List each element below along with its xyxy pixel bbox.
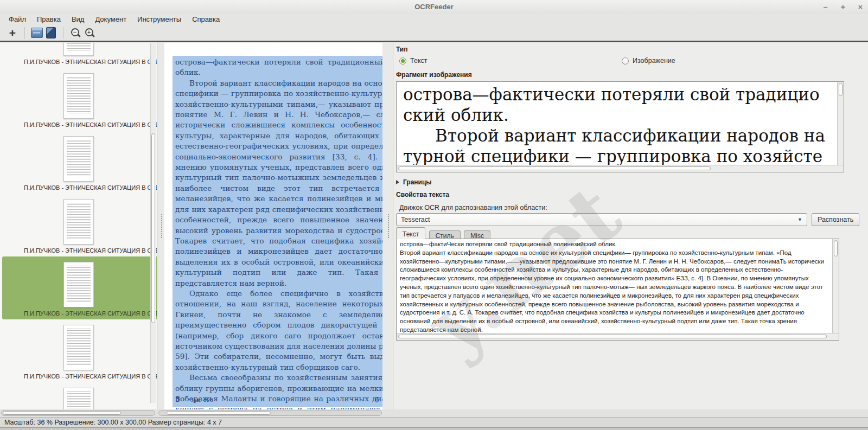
zoom-in-button[interactable]: + xyxy=(82,27,97,40)
menu-tools[interactable]: Инструменты xyxy=(132,14,187,25)
text-tabs: Текст Стиль Misc xyxy=(396,227,492,239)
plus-icon: + xyxy=(9,27,16,39)
scrollbar-thumb[interactable] xyxy=(151,133,155,323)
image-fragment-preview[interactable]: острова—фактически потеряли свой традици… xyxy=(396,81,844,172)
ocr-engine-value: Tesseract xyxy=(401,216,430,223)
sidebar-horizontal-scrollbar[interactable] xyxy=(1,410,155,416)
minimize-icon[interactable]: – xyxy=(824,3,828,11)
page-caption: П.И.ПУЧКОВ - ЭТНИЧЕСКАЯ СИТУАЦИЯ В ОКЕАН… xyxy=(0,247,157,254)
zoom-in-icon: + xyxy=(85,28,95,38)
fragment-section-title: Фрагмент изображения xyxy=(396,71,472,79)
document-paragraph: Второй вариант классификации народов на … xyxy=(175,78,382,288)
scrollbar-thumb[interactable] xyxy=(834,240,838,256)
radio-selected-icon[interactable] xyxy=(399,57,406,65)
page-list-item-selected[interactable]: П.И.ПУЧКОВ - ЭТНИЧЕСКАЯ СИТУАЦИЯ В ОКЕАН… xyxy=(2,256,157,319)
page-caption: П.И.ПУЧКОВ - ЭТНИЧЕСКАЯ СИТУАЦИЯ В ОКЕАН… xyxy=(0,184,157,191)
radio-unselected-icon[interactable] xyxy=(622,57,629,65)
pane-splitter[interactable] xyxy=(382,43,393,409)
page-list-item[interactable]: П.И.ПУЧКОВ - ЭТНИЧЕСКАЯ СИТУАЦИЯ В ОКЕАН… xyxy=(0,319,157,382)
window-controls: – + × xyxy=(824,0,863,14)
page-list-item[interactable]: П.И.ПУЧКОВ - ЭТНИЧЕСКАЯ СИТУАЦИЯ В ОКЕАН… xyxy=(0,68,157,131)
radio-image-label: Изображение xyxy=(633,57,675,65)
page-list-item[interactable]: П.И.ПУЧКОВ - ЭТНИЧЕСКАЯ СИТУАЦИЯ В ОКЕАН… xyxy=(0,194,157,256)
window-title: OCRFeeder xyxy=(0,0,868,14)
sidebar-vertical-scrollbar[interactable] xyxy=(150,43,156,403)
page-thumbnail[interactable] xyxy=(63,43,94,56)
page-caption: П.И.ПУЧКОВ - ЭТНИЧЕСКАЯ СИТУАЦИЯ В ОКЕАН… xyxy=(2,310,157,317)
import-image-button[interactable] xyxy=(44,27,58,40)
textarea-horizontal-scrollbar[interactable] xyxy=(397,333,839,340)
page-caption: П.И.ПУЧКОВ - ЭТНИЧЕСКАЯ СИТУАЦИЯ В ОКЕАН… xyxy=(0,58,157,66)
bounds-expander[interactable]: Границы xyxy=(396,178,432,186)
page-caption: П.И.ПУЧКОВ - ЭТНИЧЕСКАЯ СИТУАЦИЯ В ОКЕАН… xyxy=(0,373,157,380)
scrollbar-thumb[interactable] xyxy=(3,411,121,415)
ocr-engine-dropdown[interactable]: Tesseract ▼ xyxy=(396,213,807,226)
fragment-preview-text: острова—фактически потеряли свой традици… xyxy=(403,84,821,166)
document-view: острова—фактически потеряли свой традици… xyxy=(164,43,382,409)
radio-type-image[interactable]: Изображение xyxy=(622,57,675,65)
page-list-item[interactable] xyxy=(0,382,157,409)
type-section-title: Тип xyxy=(396,46,408,53)
document-horizontal-scrollbar[interactable] xyxy=(158,410,382,416)
scrollbar-thumb[interactable] xyxy=(398,335,827,338)
detect-regions-button[interactable] xyxy=(30,27,44,40)
page-thumbnail[interactable] xyxy=(63,136,94,182)
selected-text-region[interactable]: острова—фактически потеряли свой традици… xyxy=(173,56,382,407)
print-order-note: Зак. 698 xyxy=(190,397,213,403)
zoom-out-button[interactable]: − xyxy=(68,27,82,40)
title-bar: OCRFeeder – + × xyxy=(0,0,868,14)
recognize-button-label: Распознать xyxy=(818,216,853,223)
preview-vertical-scrollbar[interactable] xyxy=(837,82,844,165)
page-list-item[interactable]: П.И.ПУЧКОВ - ЭТНИЧЕСКАЯ СИТУАЦИЯ В ОКЕАН… xyxy=(0,131,157,194)
menu-file[interactable]: Файл xyxy=(3,14,31,25)
status-bar: Масштаб: 36 % Разрешение: 300.00 x 300.0… xyxy=(0,417,868,427)
page-thumbnail[interactable] xyxy=(63,73,94,119)
page-list-item[interactable]: П.И.ПУЧКОВ - ЭТНИЧЕСКАЯ СИТУАЦИЯ В ОКЕАН… xyxy=(0,43,157,68)
toolbar-separator xyxy=(24,27,25,39)
add-image-button[interactable]: + xyxy=(5,27,20,40)
ocr-result-text: острова—фактиЧески потеряли свой традици… xyxy=(400,240,828,341)
maximize-icon[interactable]: + xyxy=(841,3,845,11)
pages-sidebar: П.И.ПУЧКОВ - ЭТНИЧЕСКАЯ СИТУАЦИЯ В ОКЕАН… xyxy=(0,43,157,409)
zoom-out-icon: − xyxy=(71,28,81,38)
bounds-section-title: Границы xyxy=(403,178,432,186)
close-icon[interactable]: × xyxy=(858,3,863,11)
splitter-handle-dots[interactable] xyxy=(388,214,389,238)
menu-help[interactable]: Справка xyxy=(187,14,225,25)
textarea-vertical-scrollbar[interactable] xyxy=(832,239,839,333)
recognize-button[interactable]: Распознать xyxy=(812,213,859,226)
page-thumbnail[interactable] xyxy=(63,199,94,245)
region-inspector-panel: Тип Текст Изображение Фрагмент изображен… xyxy=(393,43,868,409)
page-caption: П.И.ПУЧКОВ - ЭТНИЧЕСКАЯ СИТУАЦИЯ В ОКЕАН… xyxy=(0,121,157,129)
window-bottom-edge xyxy=(0,427,868,430)
scrollbar-thumb[interactable] xyxy=(839,83,843,96)
scrollbar-strip xyxy=(0,409,868,417)
page-number-left: 5 xyxy=(175,395,180,403)
toolbar-separator xyxy=(63,27,63,39)
page-number-right: 6 xyxy=(375,396,379,404)
expander-arrow-icon xyxy=(396,180,399,184)
image-icon xyxy=(46,27,56,38)
page-thumbnail[interactable] xyxy=(63,262,94,307)
tab-text[interactable]: Текст xyxy=(396,227,425,239)
scrollbar-thumb[interactable] xyxy=(167,411,271,415)
menu-edit[interactable]: Правка xyxy=(31,14,66,25)
page-thumbnail[interactable] xyxy=(63,325,94,370)
toolbar: + − + xyxy=(0,25,868,42)
preview-horizontal-scrollbar[interactable] xyxy=(397,165,844,172)
text-properties-title: Свойства текста xyxy=(396,191,449,198)
ocr-result-textarea[interactable]: острова—фактиЧески потеряли свой традици… xyxy=(396,239,839,341)
radio-type-text[interactable]: Текст xyxy=(399,57,427,65)
menu-view[interactable]: Вид xyxy=(66,14,90,25)
page-thumbnail[interactable] xyxy=(63,388,94,409)
ocr-engine-label: Движок OCR для распознавания этой област… xyxy=(399,204,547,211)
menu-document[interactable]: Документ xyxy=(90,14,132,25)
main-area: П.И.ПУЧКОВ - ЭТНИЧЕСКАЯ СИТУАЦИЯ В ОКЕАН… xyxy=(0,43,868,409)
document-regions-icon xyxy=(31,28,43,38)
document-paragraph: острова—фактически потеряли свой традици… xyxy=(175,57,382,78)
scrollbar-thumb[interactable] xyxy=(398,166,711,170)
pane-splitter[interactable] xyxy=(157,43,164,409)
splitter-handle-dots[interactable] xyxy=(161,214,162,238)
status-text: Масштаб: 36 % Разрешение: 300.00 x 300.0… xyxy=(4,419,222,426)
menu-bar: Файл Правка Вид Документ Инструменты Спр… xyxy=(0,14,868,25)
